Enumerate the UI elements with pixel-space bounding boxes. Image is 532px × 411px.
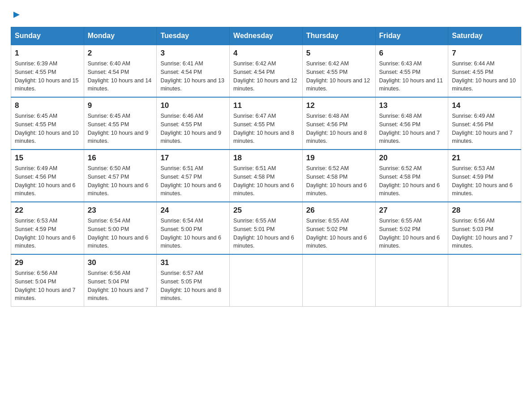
day-cell-1: 1 Sunrise: 6:39 AM Sunset: 4:55 PM Dayli… — [11, 45, 84, 97]
day-cell-17: 17 Sunrise: 6:51 AM Sunset: 4:57 PM Dayl… — [157, 150, 230, 202]
day-cell-14: 14 Sunrise: 6:49 AM Sunset: 4:56 PM Dayl… — [448, 97, 521, 150]
day-cell-8: 8 Sunrise: 6:45 AM Sunset: 4:55 PM Dayli… — [11, 97, 84, 150]
day-number: 6 — [379, 49, 445, 58]
day-cell-3: 3 Sunrise: 6:41 AM Sunset: 4:54 PM Dayli… — [157, 45, 230, 97]
day-info: Sunrise: 6:52 AM Sunset: 4:58 PM Dayligh… — [306, 164, 372, 198]
page-header — [11, 11, 521, 18]
day-number: 12 — [306, 101, 372, 110]
day-number: 7 — [452, 49, 517, 58]
day-info: Sunrise: 6:42 AM Sunset: 4:55 PM Dayligh… — [306, 60, 372, 93]
day-info: Sunrise: 6:48 AM Sunset: 4:56 PM Dayligh… — [379, 112, 445, 146]
day-info: Sunrise: 6:44 AM Sunset: 4:55 PM Dayligh… — [452, 60, 517, 93]
day-info: Sunrise: 6:40 AM Sunset: 4:54 PM Dayligh… — [88, 60, 153, 93]
day-info: Sunrise: 6:55 AM Sunset: 5:01 PM Dayligh… — [233, 217, 299, 250]
day-cell-6: 6 Sunrise: 6:43 AM Sunset: 4:55 PM Dayli… — [375, 45, 448, 97]
day-cell-15: 15 Sunrise: 6:49 AM Sunset: 4:56 PM Dayl… — [11, 150, 84, 202]
day-number: 29 — [15, 258, 80, 267]
day-number: 19 — [306, 154, 372, 163]
week-row-5: 29 Sunrise: 6:56 AM Sunset: 5:04 PM Dayl… — [11, 254, 521, 307]
empty-cell — [448, 254, 521, 307]
day-info: Sunrise: 6:42 AM Sunset: 4:54 PM Dayligh… — [233, 60, 299, 93]
day-number: 22 — [15, 206, 80, 215]
day-cell-5: 5 Sunrise: 6:42 AM Sunset: 4:55 PM Dayli… — [302, 45, 375, 97]
day-number: 26 — [306, 206, 372, 215]
day-cell-7: 7 Sunrise: 6:44 AM Sunset: 4:55 PM Dayli… — [448, 45, 521, 97]
day-cell-10: 10 Sunrise: 6:46 AM Sunset: 4:55 PM Dayl… — [157, 97, 230, 150]
day-info: Sunrise: 6:54 AM Sunset: 5:00 PM Dayligh… — [88, 217, 153, 250]
day-info: Sunrise: 6:53 AM Sunset: 4:59 PM Dayligh… — [452, 164, 517, 198]
col-header-wednesday: Wednesday — [230, 27, 303, 45]
empty-cell — [375, 254, 448, 307]
day-number: 16 — [88, 154, 153, 163]
col-header-sunday: Sunday — [11, 27, 84, 45]
calendar-header: SundayMondayTuesdayWednesdayThursdayFrid… — [11, 27, 521, 45]
day-info: Sunrise: 6:39 AM Sunset: 4:55 PM Dayligh… — [15, 60, 80, 93]
empty-cell — [230, 254, 303, 307]
day-cell-26: 26 Sunrise: 6:55 AM Sunset: 5:02 PM Dayl… — [302, 202, 375, 254]
day-info: Sunrise: 6:53 AM Sunset: 4:59 PM Dayligh… — [15, 217, 80, 250]
empty-cell — [302, 254, 375, 307]
col-header-thursday: Thursday — [302, 27, 375, 45]
day-info: Sunrise: 6:51 AM Sunset: 4:58 PM Dayligh… — [233, 164, 299, 198]
col-header-friday: Friday — [375, 27, 448, 45]
day-info: Sunrise: 6:43 AM Sunset: 4:55 PM Dayligh… — [379, 60, 445, 93]
day-info: Sunrise: 6:51 AM Sunset: 4:57 PM Dayligh… — [160, 164, 226, 198]
day-cell-22: 22 Sunrise: 6:53 AM Sunset: 4:59 PM Dayl… — [11, 202, 84, 254]
week-row-3: 15 Sunrise: 6:49 AM Sunset: 4:56 PM Dayl… — [11, 150, 521, 202]
day-cell-21: 21 Sunrise: 6:53 AM Sunset: 4:59 PM Dayl… — [448, 150, 521, 202]
day-number: 23 — [88, 206, 153, 215]
day-number: 20 — [379, 154, 445, 163]
day-number: 14 — [452, 101, 517, 110]
day-info: Sunrise: 6:45 AM Sunset: 4:55 PM Dayligh… — [15, 112, 80, 146]
day-cell-27: 27 Sunrise: 6:55 AM Sunset: 5:02 PM Dayl… — [375, 202, 448, 254]
day-cell-2: 2 Sunrise: 6:40 AM Sunset: 4:54 PM Dayli… — [84, 45, 157, 97]
day-number: 4 — [233, 49, 299, 58]
day-info: Sunrise: 6:56 AM Sunset: 5:03 PM Dayligh… — [452, 217, 517, 250]
day-number: 25 — [233, 206, 299, 215]
col-header-monday: Monday — [84, 27, 157, 45]
day-number: 8 — [15, 101, 80, 110]
day-info: Sunrise: 6:52 AM Sunset: 4:58 PM Dayligh… — [379, 164, 445, 198]
day-number: 24 — [160, 206, 226, 215]
day-number: 5 — [306, 49, 372, 58]
day-info: Sunrise: 6:56 AM Sunset: 5:04 PM Dayligh… — [15, 269, 80, 303]
day-number: 1 — [15, 49, 80, 58]
day-info: Sunrise: 6:54 AM Sunset: 5:00 PM Dayligh… — [160, 217, 226, 250]
day-number: 10 — [160, 101, 226, 110]
day-number: 30 — [88, 258, 153, 267]
day-number: 15 — [15, 154, 80, 163]
day-info: Sunrise: 6:46 AM Sunset: 4:55 PM Dayligh… — [160, 112, 226, 146]
day-cell-16: 16 Sunrise: 6:50 AM Sunset: 4:57 PM Dayl… — [84, 150, 157, 202]
header-row: SundayMondayTuesdayWednesdayThursdayFrid… — [11, 27, 521, 45]
day-cell-4: 4 Sunrise: 6:42 AM Sunset: 4:54 PM Dayli… — [230, 45, 303, 97]
day-info: Sunrise: 6:55 AM Sunset: 5:02 PM Dayligh… — [379, 217, 445, 250]
week-row-4: 22 Sunrise: 6:53 AM Sunset: 4:59 PM Dayl… — [11, 202, 521, 254]
day-cell-18: 18 Sunrise: 6:51 AM Sunset: 4:58 PM Dayl… — [230, 150, 303, 202]
day-number: 21 — [452, 154, 517, 163]
day-cell-25: 25 Sunrise: 6:55 AM Sunset: 5:01 PM Dayl… — [230, 202, 303, 254]
day-cell-28: 28 Sunrise: 6:56 AM Sunset: 5:03 PM Dayl… — [448, 202, 521, 254]
day-info: Sunrise: 6:49 AM Sunset: 4:56 PM Dayligh… — [15, 164, 80, 198]
svg-marker-0 — [13, 12, 20, 18]
day-cell-31: 31 Sunrise: 6:57 AM Sunset: 5:05 PM Dayl… — [157, 254, 230, 307]
week-row-1: 1 Sunrise: 6:39 AM Sunset: 4:55 PM Dayli… — [11, 45, 521, 97]
day-info: Sunrise: 6:47 AM Sunset: 4:55 PM Dayligh… — [233, 112, 299, 146]
day-number: 9 — [88, 101, 153, 110]
day-number: 17 — [160, 154, 226, 163]
day-info: Sunrise: 6:41 AM Sunset: 4:54 PM Dayligh… — [160, 60, 226, 93]
day-cell-30: 30 Sunrise: 6:56 AM Sunset: 5:04 PM Dayl… — [84, 254, 157, 307]
logo-arrow-icon — [12, 10, 21, 20]
day-cell-29: 29 Sunrise: 6:56 AM Sunset: 5:04 PM Dayl… — [11, 254, 84, 307]
day-number: 28 — [452, 206, 517, 215]
calendar-table: SundayMondayTuesdayWednesdayThursdayFrid… — [11, 27, 521, 307]
day-info: Sunrise: 6:48 AM Sunset: 4:56 PM Dayligh… — [306, 112, 372, 146]
calendar-body: 1 Sunrise: 6:39 AM Sunset: 4:55 PM Dayli… — [11, 45, 521, 307]
col-header-tuesday: Tuesday — [157, 27, 230, 45]
day-number: 3 — [160, 49, 226, 58]
day-cell-13: 13 Sunrise: 6:48 AM Sunset: 4:56 PM Dayl… — [375, 97, 448, 150]
day-info: Sunrise: 6:45 AM Sunset: 4:55 PM Dayligh… — [88, 112, 153, 146]
logo — [11, 11, 21, 18]
day-number: 31 — [160, 258, 226, 267]
day-info: Sunrise: 6:56 AM Sunset: 5:04 PM Dayligh… — [88, 269, 153, 303]
logo-text — [11, 11, 21, 18]
